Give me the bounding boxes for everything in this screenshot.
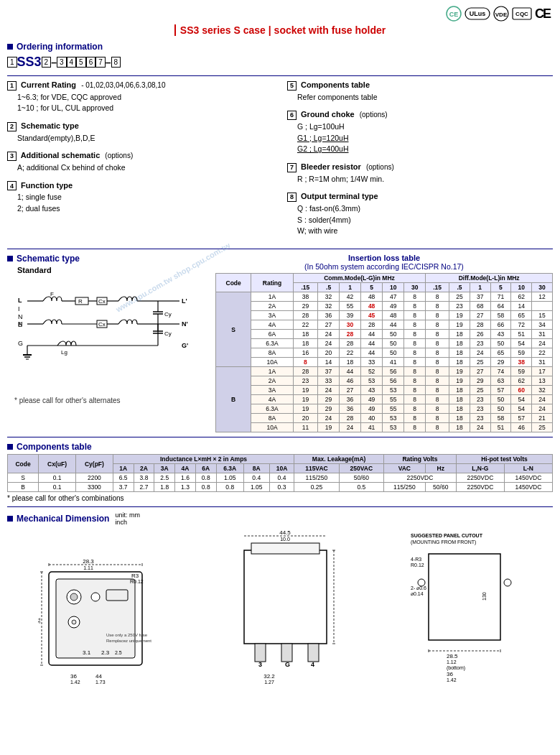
svg-text:44.5: 44.5 bbox=[279, 529, 291, 536]
ins-val: 24 bbox=[470, 423, 490, 432]
comp-th-4a: 4A bbox=[175, 464, 196, 473]
ins-val: 23 bbox=[470, 404, 490, 414]
ins-val: 23 bbox=[293, 376, 317, 386]
mech-diagrams: Use only a 250V fuse Remplacez uniquemen… bbox=[7, 529, 553, 687]
ins-val: 47 bbox=[383, 292, 404, 302]
ins-val: 8 bbox=[426, 376, 449, 386]
svg-text:36: 36 bbox=[447, 671, 453, 677]
ins-val: 50 bbox=[383, 330, 404, 339]
comp-cy: 2200 bbox=[75, 473, 113, 483]
svg-text:1.42: 1.42 bbox=[447, 677, 457, 682]
ins-val: 8 bbox=[404, 376, 426, 386]
comp-i6a: 0.8 bbox=[195, 473, 216, 483]
table-row: 10A 11192441538 81824514625 bbox=[216, 423, 553, 432]
ins-th-diff-10: 10 bbox=[511, 283, 532, 292]
svg-text:(bottom): (bottom) bbox=[447, 665, 465, 671]
comp-v250-b: 0.5 bbox=[339, 483, 383, 492]
ins-val: 65 bbox=[511, 311, 532, 320]
ins-val bbox=[532, 302, 553, 311]
output-terminal-line-3: W; with wire bbox=[297, 226, 553, 237]
components-table-section: Components table Code Cx(uF) Cy(pF) Indu… bbox=[7, 442, 553, 502]
schematic-type-label: Schematic type bbox=[21, 121, 79, 130]
current-rating-sub: - 01,02,03,04,06,6.3,08,10 bbox=[81, 81, 165, 89]
comp-i2a: 3.8 bbox=[134, 473, 154, 483]
ins-th-diff-5: .5 bbox=[449, 283, 470, 292]
divider-3 bbox=[7, 437, 553, 437]
code-dash-1: – bbox=[51, 57, 57, 68]
comp-table-title: Components table bbox=[17, 442, 92, 452]
divider-2 bbox=[7, 249, 553, 249]
ins-val: 28 bbox=[340, 339, 361, 348]
table-row: 4A 22273028448 81928667234 bbox=[216, 320, 553, 330]
components-table-title: 5 Components table bbox=[287, 80, 553, 91]
ins-val: 13 bbox=[532, 376, 553, 386]
ins-val: 46 bbox=[511, 423, 532, 432]
insertion-loss-section: Insertion loss table (In 50ohm system ac… bbox=[215, 254, 553, 432]
ins-val: 57 bbox=[511, 414, 532, 423]
schematic-left: Schematic type Standard L I N E bbox=[7, 254, 208, 432]
comp-lng: 2250VDC bbox=[456, 473, 504, 483]
code-dash-2: – bbox=[106, 57, 111, 68]
comp-th-63a: 6.3A bbox=[216, 464, 243, 473]
svg-text:1.12: 1.12 bbox=[447, 659, 457, 664]
ins-val: 8 bbox=[426, 311, 449, 320]
ins-val: 8 bbox=[426, 386, 449, 395]
comp-i10a: 0.4 bbox=[269, 473, 294, 483]
svg-rect-83 bbox=[255, 644, 266, 662]
ordering-code: 1 SS3 2 – 3 4 5 6 7 – 8 bbox=[7, 55, 553, 70]
ins-val: 18 bbox=[449, 404, 470, 414]
additional-schematic-line-1: A; additional Cx behind of choke bbox=[17, 162, 280, 174]
comp-th-6a: 6A bbox=[195, 464, 216, 473]
ins-val: 63 bbox=[490, 376, 511, 386]
ul-icon: ULus bbox=[465, 6, 490, 22]
ins-rating: 8A bbox=[251, 348, 293, 358]
ins-val: 8 bbox=[404, 320, 426, 330]
additional-schematic-content: A; additional Cx behind of choke bbox=[7, 162, 280, 174]
svg-text:4-R3: 4-R3 bbox=[411, 557, 421, 562]
ins-val: 45 bbox=[361, 311, 383, 320]
ins-val: 18 bbox=[449, 395, 470, 404]
svg-text:Lg: Lg bbox=[61, 349, 67, 356]
ins-th-rating: Rating bbox=[251, 274, 293, 292]
ins-val: 38 bbox=[511, 358, 532, 367]
ins-val: 24 bbox=[532, 339, 553, 348]
svg-text:Cx: Cx bbox=[98, 298, 106, 305]
comp-th-inductance: Inductance L×mH × 2 in Amps bbox=[113, 455, 294, 464]
ins-val: 19 bbox=[449, 376, 470, 386]
ins-val: 62 bbox=[511, 376, 532, 386]
comp-th-vac: VAC bbox=[384, 464, 426, 473]
svg-text:F: F bbox=[50, 291, 54, 297]
comp-i6a-b: 0.8 bbox=[195, 483, 216, 492]
ins-val: 8 bbox=[404, 367, 426, 376]
comp-th-10a: 10A bbox=[269, 464, 294, 473]
section-components-table-ref: 5 Components table Refer components tabl… bbox=[287, 80, 553, 103]
comp-th-2a: 2A bbox=[134, 464, 154, 473]
ins-val: 18 bbox=[449, 348, 470, 358]
comp-i63a: 1.05 bbox=[216, 473, 243, 483]
ins-val: 22 bbox=[340, 348, 361, 358]
ce-text-icon: CE bbox=[535, 6, 550, 22]
comp-cx-b: 0.1 bbox=[39, 483, 76, 492]
svg-text:VDE: VDE bbox=[495, 11, 508, 18]
ins-val: 50 bbox=[383, 348, 404, 358]
header: CE ULus VDE CQC CE bbox=[7, 6, 553, 22]
ground-choke-line-1: G ; Lg=100uH bbox=[297, 121, 553, 133]
ins-val: 19 bbox=[449, 311, 470, 320]
num-box-3: 3 bbox=[7, 152, 17, 161]
components-data-table: Code Cx(uF) Cy(pF) Inductance L×mH × 2 i… bbox=[7, 454, 553, 492]
mechanical-title: Mechanical Dimension unit: mm inch bbox=[7, 511, 553, 526]
ground-choke-content: G ; Lg=100uH G1 ; Lg=120uH G2 ; Lg=400uH bbox=[287, 121, 553, 155]
ins-val: 43 bbox=[361, 386, 383, 395]
ins-val: 8 bbox=[426, 367, 449, 376]
ins-val: 28 bbox=[361, 320, 383, 330]
ins-val: 8 bbox=[426, 395, 449, 404]
blue-square-mech-icon bbox=[7, 516, 13, 522]
ins-val: 8 bbox=[404, 423, 426, 432]
ins-rating: 6.3A bbox=[251, 404, 293, 414]
current-rating-line-1: 1~6.3; for VDE, CQC approved bbox=[17, 92, 280, 103]
bleeder-resistor-line-1: R ; R=1M ohm; 1/4W min. bbox=[297, 174, 553, 185]
code-box-6: 6 bbox=[86, 57, 96, 68]
ins-val: 50 bbox=[490, 339, 511, 348]
ins-val: 65 bbox=[490, 348, 511, 358]
ins-val: 8 bbox=[404, 386, 426, 395]
